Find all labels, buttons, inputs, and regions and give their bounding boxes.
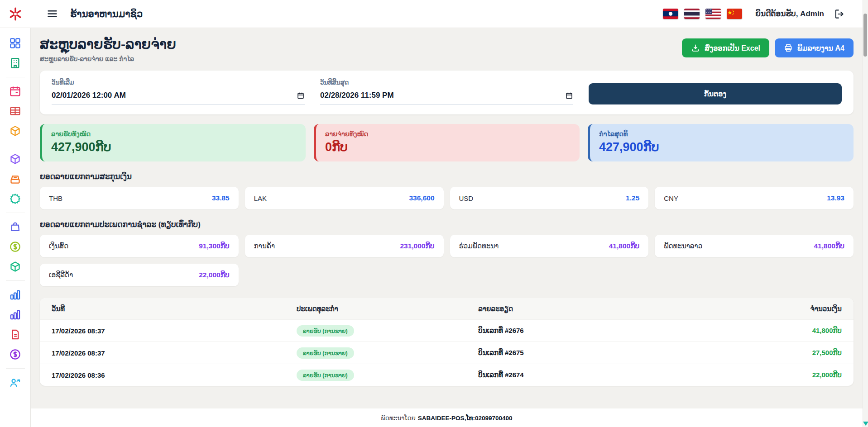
- sidebar-item-customers[interactable]: [9, 376, 21, 389]
- export-excel-label: ສົ່ງອອກເປັນ Excel: [705, 44, 760, 52]
- start-date-input[interactable]: 02/01/2026 12:00 AM: [52, 91, 305, 104]
- print-a4-button[interactable]: ພິມລາຍງານ A4: [775, 38, 854, 57]
- currency-card-lak: LAK 336,600: [245, 187, 444, 209]
- start-date-field: ວັນທີເລີ່ມ 02/01/2026 12:00 AM: [52, 79, 305, 104]
- sidebar-item-finance[interactable]: [9, 348, 21, 361]
- sidebar-item-packages[interactable]: [9, 153, 21, 165]
- calendar-picker-icon[interactable]: [565, 91, 573, 100]
- header-amount: ຈຳນວນເງິນ: [691, 305, 842, 313]
- language-flag-thailand[interactable]: [684, 9, 700, 19]
- currency-amount: 33.85: [212, 194, 230, 202]
- china-flag-icon: [727, 9, 742, 19]
- sidebar-divider: [6, 145, 25, 145]
- currency-code: USD: [459, 195, 474, 202]
- dollar-circle-icon: [9, 241, 21, 253]
- sidebar-item-analytics[interactable]: [9, 308, 21, 321]
- sidebar-item-stock[interactable]: [9, 261, 21, 273]
- laos-flag-icon: [663, 9, 678, 19]
- row-date: 17/02/2026 08:37: [52, 327, 297, 335]
- logo-icon: [8, 7, 23, 21]
- sidebar-item-inventory[interactable]: [9, 173, 21, 185]
- footer-brand: SABAIDEE-POS,ໂທ:02099700400: [418, 414, 513, 422]
- filter-button[interactable]: ກັ່ນຕອງ: [589, 83, 842, 104]
- export-excel-button[interactable]: ສົ່ງອອກເປັນ Excel: [682, 38, 769, 57]
- sidebar-item-products[interactable]: [9, 125, 21, 137]
- transaction-type-badge: ລາຍຮັບ (ການຂາຍ): [297, 325, 354, 337]
- language-flag-usa[interactable]: [705, 9, 721, 19]
- currency-cards: THB 33.85 LAK 336,600 USD 1.25 CNY 13.93: [40, 187, 854, 209]
- payment-amount: 91,300ກີບ: [199, 242, 230, 250]
- scrollbar-track[interactable]: [863, 0, 868, 427]
- cube-icon: [9, 125, 21, 137]
- sidebar-divider: [6, 77, 25, 77]
- expense-value: 0ກີບ: [325, 140, 571, 154]
- summary-cards: ລາຍຮັບທັງໝົດ 427,900ກີບ ລາຍຈ່າຍທັງໝົດ 0ກ…: [40, 124, 854, 161]
- row-detail: ບິນເລກທີ່ #2676: [478, 327, 691, 335]
- sidebar-item-settings[interactable]: [9, 193, 21, 205]
- table-icon: [9, 105, 21, 117]
- logout-button[interactable]: [834, 8, 845, 20]
- row-detail: ບິນເລກທີ່ #2674: [478, 371, 691, 379]
- cube-icon: [9, 261, 21, 273]
- end-date-input[interactable]: 02/28/2026 11:59 PM: [320, 91, 573, 104]
- payment-label: ເງິນສົດ: [49, 242, 68, 250]
- end-date-field: ວັນທີສິ້ນສຸດ 02/28/2026 11:59 PM: [320, 79, 573, 104]
- scrollbar-thumb[interactable]: [863, 14, 867, 57]
- cube-icon: [9, 153, 21, 165]
- table-row[interactable]: 17/02/2026 08:37 ລາຍຮັບ (ການຂາຍ) ບິນເລກທ…: [40, 342, 854, 364]
- filter-card: ວັນທີເລີ່ມ 02/01/2026 12:00 AM ວັນທີສິ້ນ…: [40, 71, 854, 114]
- main-content: ສະຫຼຸບລາຍຮັບ-ລາຍຈ່າຍ ສະຫຼຸບລາຍຮັບ-ລາຍຈ່າ…: [31, 28, 863, 408]
- table-row[interactable]: 17/02/2026 08:36 ລາຍຮັບ (ການຂາຍ) ບິນເລກທ…: [40, 364, 854, 386]
- sidebar-item-purchases[interactable]: [9, 221, 21, 233]
- currency-amount: 336,600: [409, 194, 434, 202]
- sidebar-item-tables[interactable]: [9, 105, 21, 117]
- currency-amount: 1.25: [626, 194, 639, 202]
- bar-chart-icon: [9, 289, 21, 301]
- currency-code: LAK: [254, 195, 267, 202]
- logout-icon: [834, 8, 845, 20]
- table-row[interactable]: 17/02/2026 08:37 ລາຍຮັບ (ການຂາຍ) ບິນເລກທ…: [40, 319, 854, 342]
- transactions-table: ວັນທີ ປະເພດທຸລະກຳ ລາຍລະອຽດ ຈຳນວນເງິນ 17/…: [40, 298, 854, 386]
- menu-toggle-button[interactable]: [46, 8, 58, 20]
- drawer-icon: [9, 173, 21, 185]
- page-title: ສະຫຼຸບລາຍຮັບ-ລາຍຈ່າຍ: [40, 36, 176, 52]
- payment-card-trade: ການຄ້າ 231,000ກີບ: [245, 235, 444, 257]
- row-amount: 22,000ກີບ: [691, 371, 842, 379]
- sidebar-item-reports[interactable]: [9, 289, 21, 301]
- end-date-value: 02/28/2026 11:59 PM: [320, 91, 394, 100]
- currency-code: THB: [49, 195, 62, 202]
- header-type: ປະເພດທຸລະກຳ: [297, 305, 478, 313]
- print-a4-label: ພິມລາຍງານ A4: [797, 44, 844, 52]
- payment-amount: 41,800ກີບ: [609, 242, 640, 250]
- page-header-titles: ສະຫຼຸບລາຍຮັບ-ລາຍຈ່າຍ ສະຫຼຸບລາຍຮັບ-ລາຍຈ່າ…: [40, 36, 176, 62]
- currency-code: CNY: [664, 195, 678, 202]
- footer: ພັດທະນາໂດຍ SABAIDEE-POS,ໂທ:02099700400: [31, 408, 863, 427]
- start-date-value: 02/01/2026 12:00 AM: [52, 91, 126, 100]
- sidebar: [0, 28, 31, 427]
- header-detail: ລາຍລະອຽດ: [478, 305, 691, 313]
- app-title: ຮ້ານອາຫານມາຊິວ: [70, 9, 143, 19]
- shopping-bag-icon: [9, 221, 21, 233]
- dollar-circle-icon: [9, 348, 21, 361]
- language-flag-laos[interactable]: [663, 9, 678, 19]
- end-date-label: ວັນທີສິ້ນສຸດ: [320, 79, 573, 86]
- payment-card-ldb: ພັດທະນາລາວ 41,800ກີບ: [655, 235, 854, 257]
- sidebar-item-branches[interactable]: [9, 57, 21, 69]
- net-profit-card: ກຳໄລສຸດທິ 427,900ກີບ: [588, 124, 854, 161]
- page-subtitle: ສະຫຼຸບລາຍຮັບ-ລາຍຈ່າຍ ແລະ ກຳໄລ: [40, 55, 176, 62]
- page-header: ສະຫຼຸບລາຍຮັບ-ລາຍຈ່າຍ ສະຫຼຸບລາຍຮັບ-ລາຍຈ່າ…: [40, 36, 854, 62]
- language-flag-china[interactable]: [727, 9, 742, 19]
- app-logo: [0, 7, 31, 21]
- sidebar-item-documents[interactable]: [9, 328, 21, 341]
- grid-icon: [9, 37, 21, 49]
- sidebar-item-sales[interactable]: [9, 241, 21, 253]
- calendar-picker-icon[interactable]: [297, 91, 305, 100]
- sidebar-item-dashboard[interactable]: [9, 37, 21, 49]
- payment-label: ພັດທະນາລາວ: [664, 242, 702, 250]
- income-label: ລາຍຮັບທັງໝົດ: [51, 130, 297, 138]
- expense-label: ລາຍຈ່າຍທັງໝົດ: [325, 130, 571, 138]
- hamburger-icon: [46, 8, 58, 20]
- profit-label: ກຳໄລສຸດທິ: [599, 130, 844, 138]
- sidebar-item-bookings[interactable]: [9, 85, 21, 97]
- payment-card-cash: ເງິນສົດ 91,300ກີບ: [40, 235, 239, 257]
